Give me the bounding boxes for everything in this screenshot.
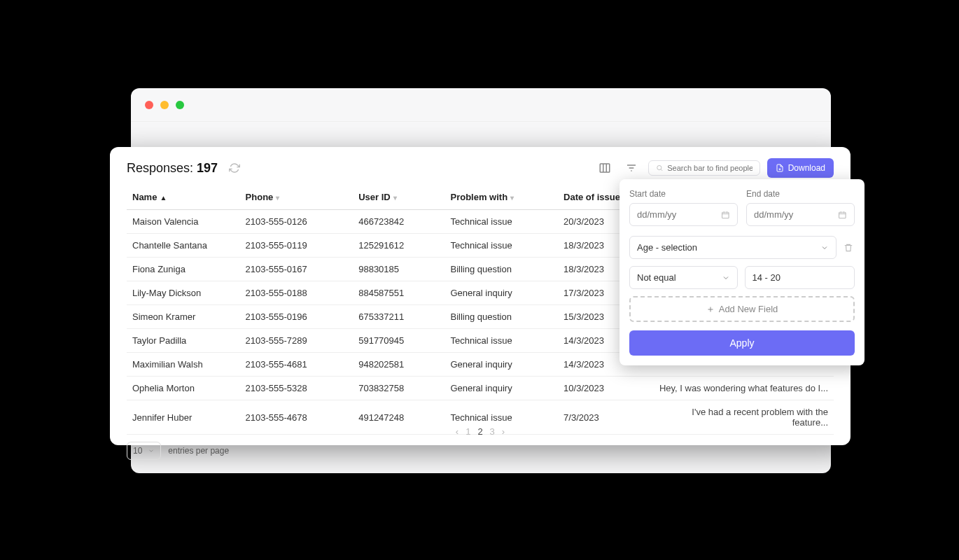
apply-button[interactable]: Apply bbox=[629, 330, 855, 356]
cell-userid: 491247248 bbox=[353, 400, 444, 435]
cell-phone: 2103-555-5328 bbox=[240, 377, 354, 400]
sort-asc-icon: ▲ bbox=[160, 194, 167, 202]
cell-userid: 703832758 bbox=[353, 377, 444, 400]
cell-phone: 2103-555-4678 bbox=[240, 400, 354, 435]
cell-userid: 884587551 bbox=[353, 281, 444, 305]
search-icon bbox=[656, 164, 664, 172]
cell-userid: 125291612 bbox=[353, 234, 444, 258]
cell-userid: 948202581 bbox=[353, 353, 444, 377]
filter-panel: Start date End date Age - selection Not … bbox=[620, 179, 864, 365]
chevron-down-icon bbox=[148, 447, 155, 454]
search-input-wrap[interactable] bbox=[648, 160, 760, 176]
responses-count: 197 bbox=[197, 161, 218, 175]
cell-phone: 2103-555-4681 bbox=[240, 353, 354, 377]
start-date-input[interactable] bbox=[629, 203, 738, 226]
cell-problem: General inquiry bbox=[444, 281, 558, 305]
col-header-problem[interactable]: Problem with▾ bbox=[444, 185, 558, 210]
svg-rect-0 bbox=[600, 164, 610, 172]
cell-name: Maximilian Walsh bbox=[127, 353, 240, 377]
cell-date: 7/3/2023 bbox=[558, 400, 650, 435]
chevron-down-icon bbox=[820, 244, 829, 252]
close-window-button[interactable] bbox=[145, 101, 153, 109]
cell-phone: 2103-555-7289 bbox=[240, 329, 354, 353]
download-icon bbox=[776, 164, 784, 172]
filter-field-select[interactable]: Age - selection bbox=[629, 236, 836, 259]
cell-msg: I've had a recent problem with the featu… bbox=[650, 400, 834, 435]
cell-userid: 675337211 bbox=[353, 305, 444, 329]
cell-date: 10/3/2023 bbox=[558, 377, 650, 400]
add-field-button[interactable]: Add New Field bbox=[629, 296, 855, 322]
cell-name: Ophelia Morton bbox=[127, 377, 240, 400]
page-2[interactable]: 2 bbox=[477, 426, 482, 437]
col-header-userid[interactable]: User ID▾ bbox=[353, 185, 444, 210]
cell-name: Simeon Kramer bbox=[127, 305, 240, 329]
end-date-input[interactable] bbox=[746, 203, 855, 226]
calendar-icon bbox=[721, 210, 730, 220]
refresh-icon[interactable] bbox=[225, 158, 244, 178]
minimize-window-button[interactable] bbox=[160, 101, 169, 109]
cell-problem: General inquiry bbox=[444, 353, 558, 377]
cell-phone: 2103-555-0119 bbox=[240, 234, 354, 258]
cell-name: Jennifer Huber bbox=[127, 400, 240, 435]
start-date-label: Start date bbox=[629, 189, 738, 199]
cell-userid: 466723842 bbox=[353, 210, 444, 234]
cell-name: Lily-May Dickson bbox=[127, 281, 240, 305]
col-header-phone[interactable]: Phone▾ bbox=[240, 185, 354, 210]
cell-name: Fiona Zuniga bbox=[127, 258, 240, 281]
svg-rect-3 bbox=[839, 212, 846, 218]
chevron-down-icon bbox=[722, 274, 730, 282]
responses-title: Responses: 197 bbox=[127, 161, 218, 176]
search-input[interactable] bbox=[667, 164, 752, 172]
cell-problem: Technical issue bbox=[444, 210, 558, 234]
plus-icon bbox=[706, 305, 715, 314]
page-3[interactable]: 3 bbox=[490, 426, 495, 437]
cell-problem: Technical issue bbox=[444, 329, 558, 353]
sort-icon: ▾ bbox=[393, 194, 397, 202]
page-size-select[interactable]: 10 bbox=[127, 442, 161, 460]
cell-problem: General inquiry bbox=[444, 377, 558, 400]
sort-icon: ▾ bbox=[510, 194, 514, 202]
cell-phone: 2103-555-0188 bbox=[240, 281, 354, 305]
cell-phone: 2103-555-0167 bbox=[240, 258, 354, 281]
page-1[interactable]: 1 bbox=[465, 426, 470, 437]
sort-icon: ▾ bbox=[276, 194, 279, 202]
pagination: ‹ 1 2 3 › bbox=[456, 426, 505, 437]
start-date-field[interactable] bbox=[637, 209, 721, 220]
window-titlebar bbox=[131, 88, 831, 122]
filter-operator-select[interactable]: Not equal bbox=[629, 266, 738, 289]
end-date-label: End date bbox=[746, 189, 855, 199]
cell-name: Maison Valencia bbox=[127, 210, 240, 234]
page-prev[interactable]: ‹ bbox=[456, 426, 458, 437]
cell-userid: 98830185 bbox=[353, 258, 444, 281]
download-button[interactable]: Download bbox=[767, 158, 834, 178]
filter-icon[interactable] bbox=[622, 158, 641, 178]
table-row[interactable]: Ophelia Morton2103-555-5328703832758Gene… bbox=[127, 377, 834, 400]
columns-icon[interactable] bbox=[595, 158, 615, 178]
svg-rect-2 bbox=[722, 212, 729, 218]
cell-phone: 2103-555-0126 bbox=[240, 210, 354, 234]
maximize-window-button[interactable] bbox=[176, 101, 184, 109]
table-footer: 10 entries per page bbox=[110, 435, 850, 467]
end-date-field[interactable] bbox=[754, 209, 838, 220]
cell-msg: Hey, I was wondering what features do I.… bbox=[650, 377, 834, 400]
col-header-name[interactable]: Name▲ bbox=[127, 185, 240, 210]
cell-phone: 2103-555-0196 bbox=[240, 305, 354, 329]
filter-value-input[interactable]: 14 - 20 bbox=[745, 266, 855, 289]
trash-icon bbox=[844, 243, 853, 253]
cell-problem: Billing question bbox=[444, 305, 558, 329]
cell-name: Taylor Padilla bbox=[127, 329, 240, 353]
calendar-icon bbox=[838, 210, 847, 220]
svg-point-1 bbox=[657, 165, 661, 169]
cell-problem: Technical issue bbox=[444, 234, 558, 258]
cell-problem: Billing question bbox=[444, 258, 558, 281]
entries-per-page-label: entries per page bbox=[168, 446, 229, 456]
delete-filter-button[interactable] bbox=[844, 243, 855, 253]
cell-userid: 591770945 bbox=[353, 329, 444, 353]
cell-name: Chantelle Santana bbox=[127, 234, 240, 258]
page-next[interactable]: › bbox=[502, 426, 505, 437]
